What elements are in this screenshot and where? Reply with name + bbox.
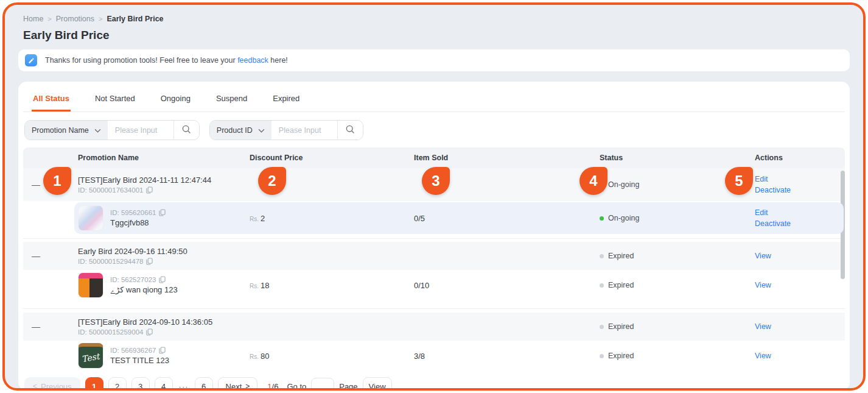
row-actions: View bbox=[755, 322, 845, 331]
tab-ongoing[interactable]: Ongoing bbox=[159, 90, 192, 112]
view-link[interactable]: View bbox=[755, 252, 845, 260]
item-sold: 0/10 bbox=[414, 281, 600, 290]
promotions-page: Home > Promotions > Early Bird Price Ear… bbox=[5, 5, 863, 391]
status-badge: Expired bbox=[600, 281, 755, 289]
row-actions: Edit Deactivate bbox=[755, 175, 845, 194]
product-id-filter: Product ID bbox=[209, 120, 363, 140]
breadcrumb-separator: > bbox=[47, 15, 51, 23]
product-thumbnail: Test bbox=[78, 343, 103, 369]
table-row: ID: 562527023 کڑے wan qiong 123 Rs.18 0/… bbox=[23, 270, 845, 300]
product-id-input[interactable] bbox=[271, 121, 337, 140]
copy-icon[interactable] bbox=[146, 186, 153, 194]
feedback-link[interactable]: feedback bbox=[237, 56, 268, 65]
item-sold: 3/8 bbox=[414, 352, 600, 361]
table-row: Test ID: 566936267 TEST TITLE 123 Rs.80 … bbox=[23, 341, 845, 371]
promotion-id: ID: 50000017634001 bbox=[78, 186, 143, 194]
ellipsis-pages[interactable]: ··· bbox=[178, 382, 190, 391]
tab-not-started[interactable]: Not Started bbox=[94, 90, 136, 112]
promotion-name-input[interactable] bbox=[108, 121, 173, 140]
edit-link[interactable]: Edit bbox=[755, 175, 845, 183]
collapse-toggle[interactable]: — bbox=[23, 251, 78, 261]
status-dot bbox=[600, 216, 604, 221]
row-actions: View bbox=[755, 281, 845, 289]
breadcrumb-promotions[interactable]: Promotions bbox=[56, 15, 94, 23]
next-page-button[interactable]: Next> bbox=[218, 377, 258, 391]
promotion-group: — [TEST]Early Bird 2024-09-10 14:36:05 I… bbox=[23, 308, 845, 371]
tab-suspend[interactable]: Suspend bbox=[215, 90, 248, 112]
copy-icon[interactable] bbox=[159, 209, 166, 216]
table-header: Promotion Name Discount Price Item Sold … bbox=[23, 147, 845, 168]
search-icon bbox=[181, 124, 191, 136]
row-actions: Edit Deactivate bbox=[755, 208, 845, 228]
product-id: ID: 595620661 bbox=[110, 209, 156, 216]
callout-badge-4: 4 bbox=[579, 167, 607, 195]
page-button-4[interactable]: 4 bbox=[155, 377, 173, 391]
tab-all-status[interactable]: All Status bbox=[32, 90, 71, 112]
deactivate-link[interactable]: Deactivate bbox=[755, 186, 845, 194]
view-link[interactable]: View bbox=[755, 281, 845, 289]
breadcrumb-separator: > bbox=[99, 15, 102, 23]
collapse-toggle[interactable]: — bbox=[23, 322, 78, 331]
product-id-search-button[interactable] bbox=[337, 121, 363, 140]
status-badge: Expired bbox=[600, 322, 755, 331]
copy-icon[interactable] bbox=[159, 276, 166, 283]
column-header-discount-price: Discount Price bbox=[250, 154, 414, 162]
search-filters: Promotion Name Product ID bbox=[23, 120, 845, 140]
breadcrumb: Home > Promotions > Early Bird Price bbox=[18, 12, 850, 23]
discount-price: Rs.2 bbox=[250, 214, 414, 223]
page-button-1[interactable]: 1 bbox=[85, 377, 103, 391]
status-dot bbox=[600, 325, 604, 329]
discount-price: Rs.80 bbox=[250, 352, 414, 361]
copy-icon[interactable] bbox=[159, 347, 166, 354]
goto-page-input[interactable] bbox=[311, 378, 334, 391]
chevron-left-icon: < bbox=[33, 382, 37, 391]
product-id-field-select[interactable]: Product ID bbox=[210, 121, 271, 140]
deactivate-link[interactable]: Deactivate bbox=[755, 219, 845, 228]
goto-label: Go to bbox=[287, 382, 306, 391]
screenshot-annotation-frame: Home > Promotions > Early Bird Price Ear… bbox=[2, 2, 866, 391]
promotion-name-search-button[interactable] bbox=[173, 121, 199, 140]
page-label: Page bbox=[339, 382, 357, 391]
promotion-name: Early Bird 2024-09-16 11:49:50 bbox=[78, 247, 250, 256]
column-header-item-sold: Item Sold bbox=[414, 154, 600, 162]
promotion-name: [TEST]Early Bird 2024-11-11 12:47:44 bbox=[78, 175, 250, 185]
status-dot bbox=[600, 354, 604, 358]
product-id: ID: 562527023 bbox=[110, 276, 156, 283]
goto-view-button[interactable]: View bbox=[363, 377, 392, 391]
column-header-actions: Actions bbox=[755, 154, 845, 162]
product-id: ID: 566936267 bbox=[110, 347, 156, 354]
callout-badge-5: 5 bbox=[725, 167, 753, 195]
status-badge: Expired bbox=[600, 252, 755, 260]
product-name: Tggcjfvb88 bbox=[110, 218, 166, 227]
promotion-id: ID: 50000015294478 bbox=[78, 258, 143, 265]
breadcrumb-home[interactable]: Home bbox=[23, 15, 43, 23]
product-name: TEST TITLE 123 bbox=[110, 356, 169, 365]
copy-icon[interactable] bbox=[146, 258, 153, 265]
status-tabs: All Status Not Started Ongoing Suspend E… bbox=[23, 85, 845, 112]
promotions-card: All Status Not Started Ongoing Suspend E… bbox=[18, 82, 850, 391]
page-title: Early Bird Price bbox=[18, 23, 850, 49]
table-row: — Early Bird 2024-09-16 11:49:50 ID: 500… bbox=[23, 242, 845, 270]
discount-price: Rs.18 bbox=[250, 281, 414, 290]
previous-page-button[interactable]: <Previous bbox=[24, 377, 80, 391]
page-button-3[interactable]: 3 bbox=[131, 377, 150, 391]
page-indicator: 1/6 bbox=[267, 382, 278, 391]
view-link[interactable]: View bbox=[755, 352, 845, 360]
chevron-down-icon bbox=[94, 126, 101, 135]
promotion-name: [TEST]Early Bird 2024-09-10 14:36:05 bbox=[78, 317, 250, 327]
copy-icon[interactable] bbox=[146, 328, 153, 336]
view-link[interactable]: View bbox=[755, 322, 845, 331]
chevron-right-icon: > bbox=[245, 382, 250, 391]
page-button-2[interactable]: 2 bbox=[108, 377, 127, 391]
product-thumbnail bbox=[78, 205, 103, 231]
promotion-id: ID: 50000015259004 bbox=[78, 328, 143, 336]
page-button-6[interactable]: 6 bbox=[195, 377, 213, 391]
tab-expired[interactable]: Expired bbox=[271, 90, 301, 112]
promotion-name-field-select[interactable]: Promotion Name bbox=[25, 121, 108, 140]
callout-badge-3: 3 bbox=[422, 167, 450, 195]
promotions-table: 1 2 3 4 5 Promotion Name Discount Price … bbox=[23, 147, 845, 371]
promotion-group: — Early Bird 2024-09-16 11:49:50 ID: 500… bbox=[23, 238, 845, 300]
edit-link[interactable]: Edit bbox=[755, 208, 845, 217]
table-row: — [TEST]Early Bird 2024-09-10 14:36:05 I… bbox=[23, 313, 845, 341]
promotion-name-filter: Promotion Name bbox=[24, 120, 200, 140]
